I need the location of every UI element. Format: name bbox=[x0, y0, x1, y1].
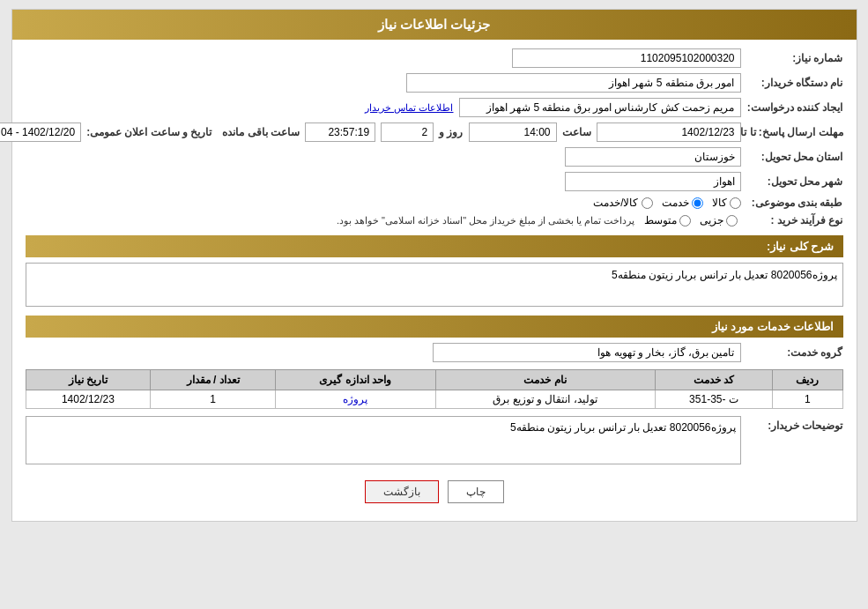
col-header-quantity: تعداد / مقدار bbox=[151, 370, 276, 390]
requester-input[interactable] bbox=[459, 98, 741, 117]
deadline-time-input[interactable] bbox=[469, 123, 557, 142]
time-label: ساعت bbox=[562, 126, 591, 138]
category-service-option[interactable]: خدمت bbox=[662, 197, 703, 209]
table-cell: تولید، انتقال و توزیع برق bbox=[435, 390, 655, 409]
remaining-label: ساعت باقی مانده bbox=[222, 126, 300, 138]
days-input[interactable] bbox=[381, 123, 434, 142]
need-number-row: شماره نیاز: bbox=[26, 48, 843, 68]
province-input[interactable] bbox=[565, 147, 741, 167]
service-group-row: گروه خدمت: bbox=[26, 343, 843, 362]
purchase-partial-option[interactable]: جزیی bbox=[700, 214, 738, 227]
buttons-row: چاپ بازگشت bbox=[26, 480, 843, 503]
days-label: روز و bbox=[439, 126, 463, 138]
city-input[interactable] bbox=[565, 172, 741, 191]
requester-label: ایجاد کننده درخواست: bbox=[746, 101, 843, 114]
category-goods-service-option[interactable]: کالا/خدمت bbox=[593, 197, 652, 209]
col-header-row-num: ردیف bbox=[773, 370, 842, 390]
services-section-label: اطلاعات خدمات مورد نیاز bbox=[712, 320, 835, 333]
table-cell: 1402/12/23 bbox=[26, 390, 151, 409]
city-row: شهر محل تحویل: bbox=[26, 172, 843, 191]
province-row: استان محل تحویل: bbox=[26, 147, 843, 167]
need-description-text: پروژه8020056 تعدیل بار ترانس بربار زیتون… bbox=[612, 269, 836, 281]
need-description-area: پروژه8020056 تعدیل بار ترانس بربار زیتون… bbox=[26, 263, 843, 307]
table-row: 1ت -35-351تولید، انتقال و توزیع برقپروژه… bbox=[26, 390, 842, 409]
page-title: جزئیات اطلاعات نیاز bbox=[378, 17, 490, 32]
purchase-medium-label: متوسط bbox=[644, 214, 677, 227]
need-description-box: پروژه8020056 تعدیل بار ترانس بربار زیتون… bbox=[26, 263, 843, 307]
content-area: شماره نیاز: نام دستگاه خریدار: ایجاد کنن… bbox=[12, 40, 857, 521]
print-button[interactable]: چاپ bbox=[448, 480, 504, 503]
page-container: جزئیات اطلاعات نیاز شماره نیاز: نام دستگ… bbox=[11, 9, 857, 522]
table-header-row: ردیف کد خدمت نام خدمت واحد اندازه گیری ت… bbox=[26, 370, 842, 390]
category-goods-service-label: کالا/خدمت bbox=[593, 197, 638, 209]
services-table: ردیف کد خدمت نام خدمت واحد اندازه گیری ت… bbox=[26, 369, 843, 409]
deadline-label: مهلت ارسال پاسخ: تا تاریخ: bbox=[746, 126, 843, 138]
deadline-row: مهلت ارسال پاسخ: تا تاریخ: ساعت روز و سا… bbox=[26, 123, 843, 142]
remaining-time-input[interactable] bbox=[305, 123, 375, 142]
announcement-input[interactable] bbox=[0, 123, 81, 142]
buyer-description-row: توضیحات خریدار: bbox=[26, 416, 843, 467]
buyer-description-label: توضیحات خریدار: bbox=[746, 416, 843, 432]
table-cell: ت -35-351 bbox=[655, 390, 773, 409]
deadline-date-input[interactable] bbox=[597, 123, 741, 142]
back-button[interactable]: بازگشت bbox=[365, 480, 439, 503]
announcement-label: تاریخ و ساعت اعلان عمومی: bbox=[86, 126, 211, 138]
table-cell: 1 bbox=[151, 390, 276, 409]
service-group-input[interactable] bbox=[433, 343, 741, 362]
purchase-partial-label: جزیی bbox=[700, 214, 723, 227]
purchase-type-note: پرداخت تمام یا بخشی از مبلغ خریداز محل "… bbox=[337, 215, 635, 227]
col-header-unit: واحد اندازه گیری bbox=[276, 370, 436, 390]
category-goods-service-radio[interactable] bbox=[642, 197, 653, 209]
buyer-description-container bbox=[26, 416, 741, 467]
buyer-org-row: نام دستگاه خریدار: bbox=[26, 73, 843, 93]
buyer-org-input[interactable] bbox=[406, 73, 741, 93]
category-radio-group: کالا خدمت کالا/خدمت bbox=[593, 197, 740, 209]
services-section-header: اطلاعات خدمات مورد نیاز bbox=[26, 316, 843, 338]
category-service-radio[interactable] bbox=[692, 197, 703, 209]
category-service-label: خدمت bbox=[662, 197, 689, 209]
purchase-partial-radio[interactable] bbox=[726, 215, 738, 227]
buyer-description-textarea[interactable] bbox=[26, 416, 741, 464]
contact-link[interactable]: اطلاعات تماس خریدار bbox=[365, 102, 453, 114]
province-label: استان محل تحویل: bbox=[746, 151, 843, 163]
need-description-section-header: شرح کلی نیاز: bbox=[26, 235, 843, 257]
table-cell: پروژه bbox=[276, 390, 436, 409]
col-header-service-code: کد خدمت bbox=[655, 370, 773, 390]
buyer-org-label: نام دستگاه خریدار: bbox=[746, 77, 843, 89]
need-number-label: شماره نیاز: bbox=[746, 52, 843, 64]
services-table-container: ردیف کد خدمت نام خدمت واحد اندازه گیری ت… bbox=[26, 369, 843, 409]
category-goods-label: کالا bbox=[712, 197, 727, 209]
purchase-medium-option[interactable]: متوسط bbox=[644, 214, 691, 227]
requester-row: ایجاد کننده درخواست: اطلاعات تماس خریدار bbox=[26, 98, 843, 117]
category-label: طبقه بندی موضوعی: bbox=[746, 197, 843, 209]
purchase-type-label: نوع فرآیند خرید : bbox=[746, 214, 843, 227]
category-goods-radio[interactable] bbox=[730, 197, 741, 209]
category-row: طبقه بندی موضوعی: کالا خدمت کالا/خدمت bbox=[26, 197, 843, 209]
purchase-medium-radio[interactable] bbox=[679, 215, 691, 227]
page-header: جزئیات اطلاعات نیاز bbox=[12, 10, 857, 40]
purchase-type-row: نوع فرآیند خرید : جزیی متوسط پرداخت تمام… bbox=[26, 214, 843, 227]
col-header-date: تاریخ نیاز bbox=[26, 370, 151, 390]
service-group-label: گروه خدمت: bbox=[746, 346, 843, 359]
need-number-input[interactable] bbox=[512, 48, 741, 68]
category-goods-option[interactable]: کالا bbox=[712, 197, 741, 209]
table-cell: 1 bbox=[773, 390, 842, 409]
city-label: شهر محل تحویل: bbox=[746, 175, 843, 188]
col-header-service-name: نام خدمت bbox=[435, 370, 655, 390]
need-description-section-label: شرح کلی نیاز: bbox=[767, 240, 835, 253]
